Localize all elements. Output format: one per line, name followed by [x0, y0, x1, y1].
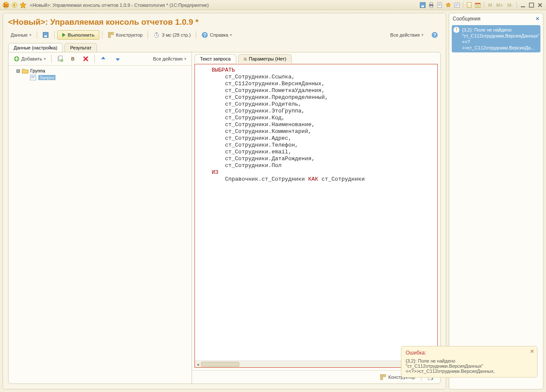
query-editor[interactable]: ВЫБРАТЬ ст_Сотрудники.Ссылка, ст_С112отр…	[195, 64, 438, 368]
svg-rect-33	[383, 375, 386, 377]
toolbar: Данные Выполнить Конструктор 3 мс (28 ст…	[3, 29, 446, 43]
warning-icon: !	[453, 27, 459, 33]
separator	[517, 2, 517, 9]
save-button[interactable]	[40, 30, 52, 40]
svg-rect-17	[44, 35, 47, 37]
error-body: {3,2}: Поле не найдено "ст_С112отрудники…	[406, 358, 533, 374]
bold-button[interactable]: В	[69, 55, 77, 63]
svg-rect-7	[430, 6, 433, 8]
minimize-icon[interactable]	[520, 2, 526, 9]
separator	[94, 55, 95, 63]
print-icon[interactable]	[428, 2, 435, 9]
separator	[463, 2, 463, 9]
message-text: {3,2}: Поле не найдено "ст_С112отрудники…	[462, 27, 540, 50]
tree-body[interactable]: ⊟ Группа Запрос	[9, 66, 192, 383]
data-menu[interactable]: Данные	[8, 31, 34, 39]
tab-settings[interactable]: Данные (настройка)	[8, 43, 63, 52]
svg-rect-6	[430, 3, 433, 4]
separator	[51, 55, 52, 63]
query-panel: Текст запроса &Параметры (Нет) ВЫБРАТЬ с…	[192, 52, 440, 383]
close-window-icon[interactable]	[537, 2, 543, 9]
separator	[484, 2, 484, 9]
svg-text:1c: 1c	[3, 3, 9, 8]
svg-text:?: ?	[433, 32, 436, 37]
page-title: <Новый>: Управляемая консоль отчетов 1.0…	[3, 13, 446, 29]
svg-point-2	[12, 3, 17, 8]
move-up-icon[interactable]	[97, 54, 109, 63]
calc-icon[interactable]	[466, 2, 473, 9]
svg-rect-20	[108, 35, 110, 37]
tree-panel: Добавить В Все действия ⊟ Группа	[9, 52, 192, 383]
tree-query-label: Запрос	[38, 75, 55, 80]
delete-icon[interactable]	[80, 54, 92, 63]
separator	[37, 31, 37, 39]
move-down-icon[interactable]	[112, 54, 124, 63]
svg-rect-19	[111, 32, 113, 35]
separator	[54, 31, 55, 39]
copy-icon[interactable]	[54, 54, 66, 63]
separator	[102, 31, 102, 39]
message-item[interactable]: ! {3,2}: Поле не найдено "ст_С112отрудни…	[452, 25, 540, 52]
svg-rect-8	[438, 3, 441, 8]
svg-text:?: ?	[203, 32, 206, 37]
svg-rect-32	[380, 375, 383, 377]
svg-rect-13	[475, 3, 480, 4]
close-messages-icon[interactable]: ✕	[535, 16, 540, 22]
messages-header: Сообщения ✕	[449, 13, 543, 24]
tree-all-actions[interactable]: Все действия	[151, 55, 189, 63]
separator	[148, 31, 148, 39]
window-title: <Новый>: Управляемая консоль отчетов 1.0…	[30, 3, 209, 8]
history-icon[interactable]	[453, 2, 460, 9]
svg-rect-11	[468, 3, 471, 4]
error-title: Ошибка:	[406, 350, 533, 356]
main-panel: <Новый>: Управляемая консоль отчетов 1.0…	[3, 13, 446, 389]
separator	[196, 31, 196, 39]
tab-query-params[interactable]: &Параметры (Нет)	[238, 54, 292, 63]
svg-text:31: 31	[476, 5, 480, 8]
scroll-thumb[interactable]	[201, 362, 239, 367]
tab-query-text[interactable]: Текст запроса	[195, 54, 236, 63]
timing-label[interactable]: 3 мс (28 стр.)	[151, 30, 193, 40]
messages-title: Сообщения	[453, 16, 480, 22]
svg-rect-34	[380, 378, 383, 380]
scroll-left-icon[interactable]: ◂	[195, 361, 201, 368]
mminus-button[interactable]: M-	[506, 2, 514, 9]
main-tabs: Данные (настройка) Результат	[3, 43, 446, 52]
window-titlebar: 1c <Новый>: Управляемая консоль отчетов …	[0, 0, 546, 10]
m-button[interactable]: M	[487, 2, 493, 9]
tree-query-row[interactable]: Запрос	[10, 74, 190, 81]
tab-result[interactable]: Результат	[64, 43, 97, 52]
messages-panel: Сообщения ✕ ! {3,2}: Поле не найдено "ст…	[449, 13, 543, 389]
tree-toolbar: Добавить В Все действия	[9, 52, 192, 66]
svg-rect-4	[421, 6, 424, 7]
maximize-icon[interactable]	[528, 2, 535, 9]
mplus-button[interactable]: M+	[495, 2, 505, 9]
doc-icon[interactable]	[436, 2, 443, 9]
collapse-icon[interactable]: ⊟	[16, 68, 20, 74]
folder-icon	[22, 68, 29, 74]
tree-group-row[interactable]: ⊟ Группа	[10, 67, 190, 74]
help-menu[interactable]: ?Справка	[199, 30, 235, 40]
tree-group-label: Группа	[30, 68, 45, 73]
app-icon: 1c	[3, 2, 9, 9]
svg-rect-22	[156, 32, 157, 33]
help-icon[interactable]: ?	[429, 30, 441, 40]
error-tooltip: ✕ Ошибка: {3,2}: Поле не найдено "ст_С11…	[401, 346, 537, 378]
back-icon[interactable]	[11, 2, 18, 9]
favorite-icon[interactable]	[20, 2, 26, 9]
svg-rect-15	[529, 3, 534, 7]
query-tabs: Текст запроса &Параметры (Нет)	[192, 52, 440, 63]
constructor-button[interactable]: Конструктор	[105, 30, 145, 40]
query-icon	[30, 75, 37, 81]
calendar-icon[interactable]: 31	[474, 2, 481, 9]
add-button[interactable]: Добавить	[11, 55, 49, 63]
svg-rect-18	[108, 32, 110, 35]
execute-button[interactable]: Выполнить	[57, 30, 99, 40]
save-icon[interactable]	[419, 2, 426, 9]
svg-rect-31	[30, 75, 36, 80]
close-error-icon[interactable]: ✕	[530, 348, 534, 355]
star-icon[interactable]	[445, 2, 452, 9]
all-actions-menu[interactable]: Все действия	[388, 31, 426, 39]
